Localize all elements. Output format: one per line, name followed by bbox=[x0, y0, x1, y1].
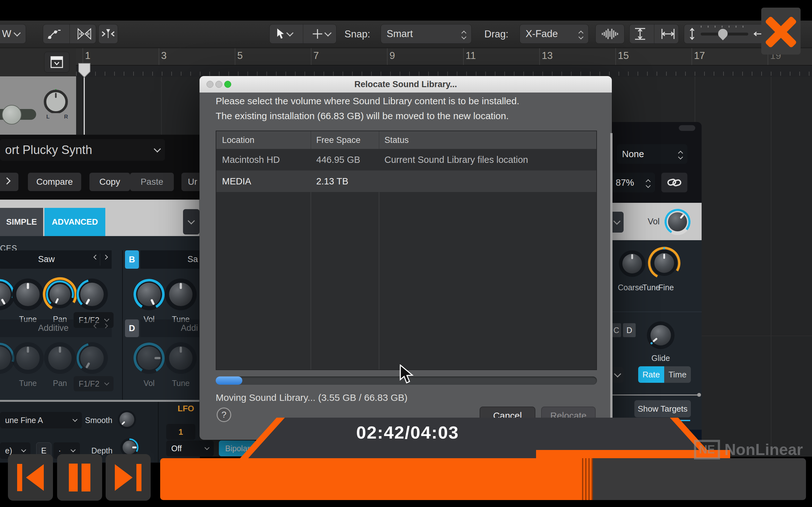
chevron-left-icon bbox=[94, 324, 99, 329]
playhead-line bbox=[84, 76, 85, 144]
badge-d[interactable]: D bbox=[623, 323, 636, 337]
zoom-group bbox=[629, 24, 679, 44]
osc-a-wave-select[interactable]: Saw bbox=[0, 250, 112, 269]
lfo-target-select[interactable]: une Fine A bbox=[0, 412, 82, 429]
percent-stepper[interactable]: 87% bbox=[611, 173, 655, 192]
minimize-traffic-light[interactable] bbox=[215, 81, 222, 88]
bar-gridline bbox=[771, 76, 771, 457]
dialog-titlebar[interactable]: Relocate Sound Library... bbox=[200, 76, 612, 93]
chevron-down-icon bbox=[104, 380, 109, 385]
osc-b-tune-knob[interactable] bbox=[163, 277, 198, 312]
table-row[interactable]: Macintosh HD 446.95 GB Current Sound Lib… bbox=[216, 149, 596, 170]
fine-tune-knob[interactable] bbox=[648, 246, 681, 279]
modwheel-target-select[interactable]: None bbox=[617, 144, 687, 164]
next-preset-button[interactable] bbox=[0, 173, 18, 191]
osc-c-pan-knob[interactable] bbox=[43, 341, 78, 376]
paste-button[interactable]: Paste bbox=[130, 173, 174, 191]
trim-tool-button[interactable] bbox=[98, 24, 118, 44]
osc-c-filter-select[interactable]: F1/F2 bbox=[73, 376, 113, 391]
horizontal-zoom-button[interactable] bbox=[658, 24, 679, 43]
panel-collapse-button[interactable] bbox=[183, 209, 200, 234]
col-free-space: Free Space bbox=[316, 135, 361, 145]
glide-rate-toggle[interactable]: Rate bbox=[638, 366, 664, 383]
osc-d-tune-knob[interactable] bbox=[163, 341, 198, 376]
copy-button[interactable]: Copy bbox=[90, 173, 130, 191]
compare-button[interactable]: Compare bbox=[28, 173, 81, 191]
osc-c-filter-knob[interactable] bbox=[74, 341, 109, 376]
osc-b-vol-knob[interactable] bbox=[132, 277, 166, 312]
timeline-ruler[interactable]: 1 3 5 7 9 11 13 15 17 19 bbox=[0, 48, 812, 65]
window-edge bbox=[610, 133, 612, 421]
tab-simple[interactable]: SIMPLE bbox=[0, 208, 43, 236]
tool-menu-button[interactable]: W bbox=[0, 24, 26, 44]
vertical-zoom-button[interactable] bbox=[629, 24, 651, 43]
pan-knob[interactable] bbox=[44, 89, 68, 113]
osc-b-badge[interactable]: B bbox=[125, 250, 139, 269]
video-close-button[interactable] bbox=[761, 8, 801, 55]
automation-button[interactable] bbox=[43, 24, 66, 43]
osc-d-tune-label: Tune bbox=[172, 379, 190, 388]
volume-table[interactable]: Location Free Space Status Macintosh HD … bbox=[216, 130, 597, 370]
osc-c-tune-knob[interactable] bbox=[10, 341, 45, 376]
tune-label: Tune bbox=[642, 283, 660, 292]
osc-d-badge[interactable]: D bbox=[125, 320, 139, 337]
collapse-button-2[interactable] bbox=[612, 367, 623, 383]
chevron-right-icon[interactable] bbox=[103, 255, 108, 260]
badge-d-label: D bbox=[626, 326, 632, 335]
previous-button[interactable] bbox=[8, 454, 53, 501]
help-button[interactable]: ? bbox=[217, 407, 231, 422]
waveform-zoom-button[interactable] bbox=[595, 24, 624, 44]
col-status: Status bbox=[385, 135, 409, 145]
row-location: Macintosh HD bbox=[222, 155, 280, 165]
secondary-tool-button[interactable] bbox=[306, 24, 337, 43]
volume-slider-thumb[interactable] bbox=[2, 105, 21, 124]
tab-advanced[interactable]: ADVANCED bbox=[44, 208, 105, 236]
osc-a-tune-knob[interactable] bbox=[10, 277, 45, 312]
flex-icon bbox=[77, 28, 92, 40]
badge-c[interactable]: C bbox=[612, 323, 621, 337]
osc-b-wave-select[interactable]: Sa bbox=[140, 250, 200, 269]
zoom-slider[interactable] bbox=[701, 27, 748, 40]
close-traffic-light[interactable] bbox=[206, 81, 213, 88]
table-row[interactable]: MEDIA 2.13 TB bbox=[216, 170, 596, 192]
video-progress-track[interactable] bbox=[160, 458, 806, 500]
show-targets-button[interactable]: Show Targets bbox=[635, 400, 691, 417]
slider-thumb[interactable] bbox=[716, 27, 729, 40]
coarse-tune-knob[interactable] bbox=[618, 249, 647, 278]
next-button[interactable] bbox=[106, 454, 151, 501]
osc-d-vol-knob[interactable] bbox=[132, 341, 166, 376]
vertical-arrows-icon bbox=[689, 27, 696, 40]
flex-button[interactable] bbox=[73, 24, 96, 43]
snap-label: Snap: bbox=[345, 20, 370, 48]
pause-button[interactable] bbox=[57, 454, 102, 501]
glide-time-toggle[interactable]: Time bbox=[664, 366, 691, 383]
previous-icon bbox=[17, 464, 22, 491]
osc-d-wave-select[interactable]: Addi bbox=[140, 320, 200, 337]
zoom-traffic-light[interactable] bbox=[224, 81, 231, 88]
copy-label: Copy bbox=[99, 177, 120, 187]
chevron-left-icon[interactable] bbox=[94, 255, 99, 260]
track-header-top bbox=[0, 48, 76, 76]
glide-knob[interactable] bbox=[646, 320, 676, 350]
rate-label: Rate bbox=[643, 370, 660, 380]
pointer-tool-button[interactable] bbox=[270, 24, 300, 43]
link-button[interactable] bbox=[661, 173, 687, 192]
master-vol-knob[interactable] bbox=[663, 207, 692, 236]
osc-c-wave-select[interactable]: Additive bbox=[0, 320, 112, 337]
lfo-smooth-knob[interactable] bbox=[117, 409, 137, 430]
preset-select[interactable]: ort Plucky Synth bbox=[0, 139, 165, 161]
bar-number: 17 bbox=[694, 50, 705, 61]
updown-chevrons-icon bbox=[647, 178, 650, 187]
snap-select[interactable]: Smart bbox=[380, 24, 472, 44]
chevron-down-icon bbox=[205, 445, 210, 450]
track-header[interactable]: L R bbox=[0, 76, 76, 135]
osc-a-pan-knob[interactable] bbox=[43, 277, 78, 312]
drag-select[interactable]: X-Fade bbox=[519, 24, 589, 44]
lfo-mode-select[interactable]: Off bbox=[166, 441, 214, 456]
table-header-row: Location Free Space Status bbox=[216, 131, 596, 149]
track-display-button[interactable] bbox=[44, 52, 69, 72]
chevron-down-icon bbox=[324, 30, 332, 37]
lfo-number-box[interactable]: 1 bbox=[166, 424, 195, 440]
playhead-marker[interactable] bbox=[78, 63, 91, 78]
osc-a-filter-knob[interactable] bbox=[74, 277, 109, 312]
